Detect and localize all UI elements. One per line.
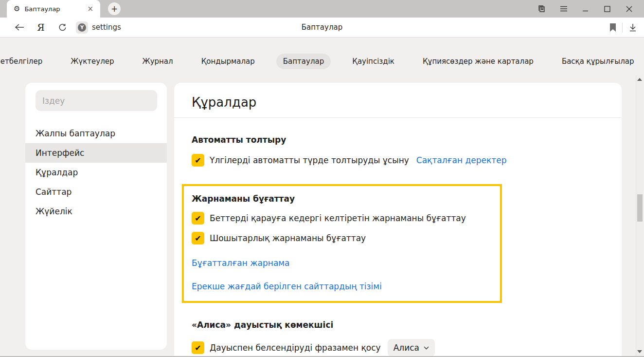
- page-title: Құралдар: [174, 83, 622, 110]
- protect-badge[interactable]: Y: [76, 21, 88, 34]
- tab-panel-icon[interactable]: [531, 0, 553, 18]
- nav-passwords[interactable]: Құпиясөздер және карталар: [416, 54, 540, 69]
- dropdown-value: Алиса: [394, 343, 419, 353]
- toolbar-left: Я Y settings: [0, 19, 121, 35]
- nav-history[interactable]: Журнал: [135, 54, 179, 69]
- autofill-section-title: Автоматты толтыру: [192, 134, 604, 146]
- window-controls: [531, 0, 644, 18]
- adblock-highlight-box: Жарнаманы бұғаттау ✔ Беттерді қарауға ке…: [182, 184, 502, 303]
- sidebar-item-sites[interactable]: Сайттар: [25, 182, 167, 202]
- protect-icon: Y: [78, 23, 86, 32]
- check-icon: ✔: [195, 214, 201, 223]
- settings-page: Бетбелгілер Жүктеулер Журнал Қондырмалар…: [0, 38, 644, 357]
- toolbar: Я Y settings Баптаулар: [0, 18, 644, 38]
- autofill-checkbox-label: Үлгілерді автоматты түрде толтыруды ұсын…: [210, 155, 409, 165]
- adblock-checkbox-1[interactable]: ✔: [192, 212, 204, 225]
- divider: [174, 117, 622, 118]
- tab-strip: ⚙ Баптаулар × +: [0, 0, 644, 18]
- browser-tab-settings[interactable]: ⚙ Баптаулар ×: [7, 0, 100, 18]
- chevron-down-icon: [424, 346, 429, 350]
- adblock-checkbox-row-1: ✔ Беттерді қарауға кедергі келтіретін жа…: [192, 212, 492, 225]
- toolbar-divider: [622, 23, 623, 33]
- toolbar-right: [609, 18, 637, 38]
- alice-checkbox-row: ✔ Дауыспен белсендіруді фразамен қосу Ал…: [192, 339, 604, 357]
- exceptions-list-link[interactable]: Ерекше жағдай берілген сайттардың тізімі: [192, 282, 492, 291]
- scrollbar-thumb[interactable]: [637, 194, 643, 222]
- alice-section-title: «Алиса» дауыстық көмекшісі: [192, 319, 604, 331]
- address-url[interactable]: settings: [92, 23, 121, 32]
- tab-close-icon[interactable]: ×: [86, 4, 94, 13]
- scrollbar[interactable]: [636, 75, 643, 356]
- blocked-ads-link[interactable]: Бұғатталған жарнама: [192, 258, 492, 268]
- sidebar-item-tools[interactable]: Құралдар: [25, 163, 167, 182]
- settings-sidebar: Жалпы баптаулар Интерфейс Құралдар Сайтт…: [25, 83, 167, 350]
- sidebar-item-system[interactable]: Жүйелік: [25, 202, 167, 221]
- adblock-section-title: Жарнаманы бұғаттау: [192, 193, 492, 205]
- menu-icon[interactable]: [553, 0, 574, 18]
- new-tab-button[interactable]: +: [108, 2, 121, 15]
- nav-extensions[interactable]: Қондырмалар: [195, 54, 262, 69]
- nav-other-devices[interactable]: Басқа құрылғылар: [555, 54, 641, 69]
- sidebar-items: Жалпы баптаулар Интерфейс Құралдар Сайтт…: [25, 124, 167, 221]
- nav-downloads[interactable]: Жүктеулер: [64, 54, 121, 69]
- nav-settings[interactable]: Баптаулар: [276, 54, 331, 69]
- autofill-checkbox[interactable]: ✔: [192, 154, 204, 167]
- back-icon[interactable]: [9, 19, 30, 35]
- scroll-up-icon[interactable]: [637, 78, 642, 81]
- alice-phrase-dropdown[interactable]: Алиса: [388, 339, 435, 357]
- bookmark-icon[interactable]: [609, 23, 616, 32]
- check-icon: ✔: [195, 343, 201, 353]
- close-window-icon[interactable]: [618, 0, 640, 18]
- nav-security[interactable]: Қауіпсіздік: [345, 54, 401, 69]
- adblock-checkbox-label-1: Беттерді қарауға кедергі келтіретін жарн…: [210, 213, 466, 223]
- nav-bookmarks[interactable]: Бетбелгілер: [0, 54, 49, 69]
- yandex-logo: Я: [37, 22, 44, 33]
- address-page-title: Баптаулар: [302, 23, 342, 32]
- sidebar-item-interface[interactable]: Интерфейс: [25, 143, 167, 163]
- settings-nav: Бетбелгілер Жүктеулер Журнал Қондырмалар…: [0, 54, 629, 69]
- yandex-home-button[interactable]: Я: [30, 19, 52, 35]
- saved-data-link[interactable]: Сақталған деректер: [416, 155, 507, 165]
- adblock-checkbox-row-2: ✔ Шошытарлық жарнаманы бұғаттау: [192, 232, 492, 244]
- sidebar-item-general[interactable]: Жалпы баптаулар: [25, 124, 167, 143]
- refresh-icon[interactable]: [52, 19, 73, 35]
- scroll-down-icon[interactable]: [637, 350, 642, 353]
- maximize-icon[interactable]: [596, 0, 618, 18]
- adblock-checkbox-label-2: Шошытарлық жарнаманы бұғаттау: [210, 233, 366, 243]
- alice-checkbox-label: Дауыспен белсендіруді фразамен қосу: [210, 343, 381, 353]
- plus-icon: +: [111, 5, 118, 13]
- gear-icon: ⚙: [14, 5, 20, 13]
- alice-checkbox[interactable]: ✔: [192, 341, 204, 354]
- minimize-icon[interactable]: [574, 0, 596, 18]
- downloads-icon[interactable]: [628, 23, 637, 32]
- adblock-checkbox-2[interactable]: ✔: [192, 232, 204, 244]
- search-input[interactable]: [36, 90, 157, 111]
- check-icon: ✔: [195, 156, 201, 165]
- autofill-checkbox-row: ✔ Үлгілерді автоматты түрде толтыруды ұс…: [192, 154, 604, 167]
- tab-title: Баптаулар: [24, 5, 86, 13]
- check-icon: ✔: [195, 234, 201, 243]
- settings-content: Құралдар Автоматты толтыру ✔ Үлгілерді а…: [174, 83, 622, 357]
